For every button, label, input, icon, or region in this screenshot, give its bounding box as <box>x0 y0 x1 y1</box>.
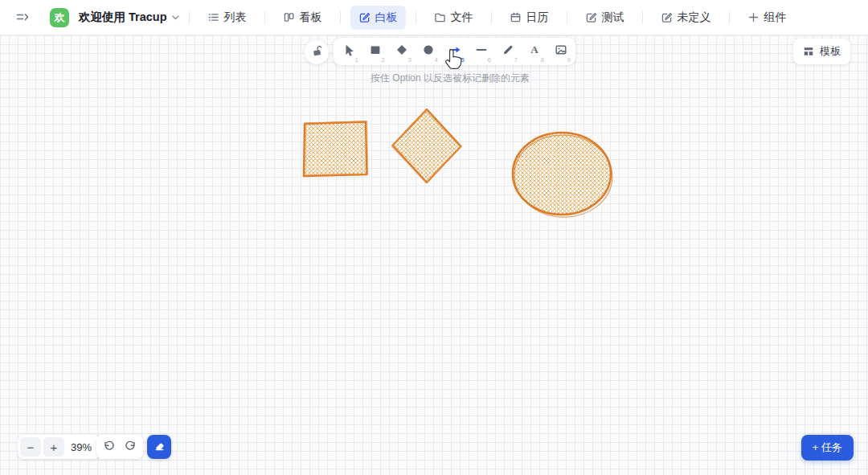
template-button-label: 模板 <box>820 44 841 59</box>
divider <box>264 11 265 24</box>
board-avatar: 欢 <box>50 8 69 27</box>
tab-calendar[interactable]: 日历 <box>502 6 557 30</box>
cursor-icon <box>342 43 355 59</box>
add-task-label: + 任务 <box>813 440 842 455</box>
tab-label: 未定义 <box>678 10 711 25</box>
tab-label: 日历 <box>526 10 549 25</box>
divider <box>340 11 341 24</box>
divider <box>189 11 190 24</box>
board-title-text: 欢迎使用 Tracup <box>79 10 167 25</box>
tool-select[interactable]: 1 <box>335 38 362 65</box>
tool-diamond[interactable]: 3 <box>388 38 415 65</box>
tab-components[interactable]: 组件 <box>739 6 795 30</box>
tool-key: 1 <box>355 57 358 63</box>
board-title[interactable]: 欢迎使用 Tracup <box>79 10 179 25</box>
tool-key: 5 <box>461 57 465 63</box>
history-controls <box>96 435 143 459</box>
tab-label: 白板 <box>375 10 398 25</box>
svg-text:A: A <box>530 43 538 55</box>
zoom-controls: − + 39% <box>18 435 100 459</box>
tool-ellipse[interactable]: 4 <box>415 38 441 65</box>
lock-open-icon <box>311 45 323 60</box>
whiteboard-icon <box>661 11 673 23</box>
tab-kanban[interactable]: 看板 <box>275 6 330 30</box>
tab-files[interactable]: 文件 <box>426 6 481 30</box>
undo-button[interactable] <box>98 435 120 459</box>
folder-icon <box>434 11 446 23</box>
tool-key: 4 <box>435 57 438 63</box>
kanban-icon <box>283 11 295 23</box>
tab-label: 看板 <box>300 10 322 25</box>
zoom-in-button[interactable]: + <box>43 437 64 457</box>
list-icon <box>207 11 219 23</box>
whiteboard-icon <box>585 11 597 23</box>
divider <box>642 11 643 24</box>
redo-icon <box>125 440 137 455</box>
tab-label: 列表 <box>224 10 247 25</box>
tool-draw[interactable]: 7 <box>494 38 521 65</box>
tool-key: 3 <box>408 57 411 63</box>
add-task-button[interactable]: + 任务 <box>801 435 854 461</box>
tab-whiteboard[interactable]: 白板 <box>350 6 406 30</box>
zoom-out-button[interactable]: − <box>20 437 41 457</box>
tool-rectangle[interactable]: 2 <box>362 38 388 65</box>
divider <box>491 11 492 24</box>
square-icon <box>369 43 382 59</box>
tool-arrow[interactable]: 5 <box>441 38 468 65</box>
tool-pill: 1 2 3 4 5 6 7 A 8 <box>334 38 575 65</box>
eraser-button[interactable] <box>147 435 171 459</box>
tool-image[interactable]: 9 <box>547 38 574 65</box>
top-bar: 欢 欢迎使用 Tracup 列表 看板 白板 <box>0 0 868 35</box>
circle-icon <box>422 43 435 59</box>
tool-line[interactable]: 6 <box>468 38 494 65</box>
shapes-layer <box>0 35 868 475</box>
eraser-icon <box>154 440 166 455</box>
tab-label: 组件 <box>764 10 787 25</box>
pencil-icon <box>502 43 514 59</box>
tool-key: 8 <box>541 57 544 63</box>
image-icon <box>555 43 567 59</box>
tool-key: 7 <box>514 57 518 63</box>
tool-key: 9 <box>567 57 571 63</box>
shape-ellipse[interactable] <box>513 133 611 215</box>
line-icon <box>475 43 488 59</box>
sidebar-toggle-icon[interactable] <box>13 9 31 27</box>
arrow-right-icon <box>448 43 461 59</box>
lock-toggle-button[interactable] <box>305 40 329 64</box>
chevron-down-icon <box>172 15 179 20</box>
whiteboard-canvas[interactable] <box>0 35 868 475</box>
tab-label: 测试 <box>602 10 624 25</box>
tab-undefined[interactable]: 未定义 <box>653 6 719 30</box>
tab-test[interactable]: 测试 <box>577 6 633 30</box>
drawing-toolbar: 1 2 3 4 5 6 7 A 8 <box>305 38 575 65</box>
redo-button[interactable] <box>120 435 141 459</box>
tool-text[interactable]: A 8 <box>521 38 547 65</box>
divider <box>567 11 567 24</box>
tool-key: 2 <box>382 57 385 63</box>
template-button[interactable]: 模板 <box>793 39 850 64</box>
text-icon: A <box>528 43 541 59</box>
divider <box>729 11 730 24</box>
calendar-icon <box>510 11 522 23</box>
plus-icon <box>747 11 760 23</box>
toolbar-hint-text: 按住 Option 以反选被标记删除的元素 <box>371 72 530 85</box>
divider <box>416 11 416 24</box>
tab-list[interactable]: 列表 <box>199 6 255 30</box>
view-tabs: 列表 看板 白板 文件 日历 <box>199 6 795 30</box>
whiteboard-icon <box>358 11 371 23</box>
header-left: 欢 欢迎使用 Tracup <box>13 8 179 27</box>
tool-key: 6 <box>488 57 491 63</box>
template-icon <box>803 46 814 57</box>
zoom-level: 39% <box>67 441 98 453</box>
tab-label: 文件 <box>451 10 473 25</box>
undo-icon <box>103 440 115 455</box>
diamond-icon <box>395 43 408 59</box>
shape-diamond[interactable] <box>393 109 461 182</box>
shape-rectangle[interactable] <box>304 122 367 177</box>
